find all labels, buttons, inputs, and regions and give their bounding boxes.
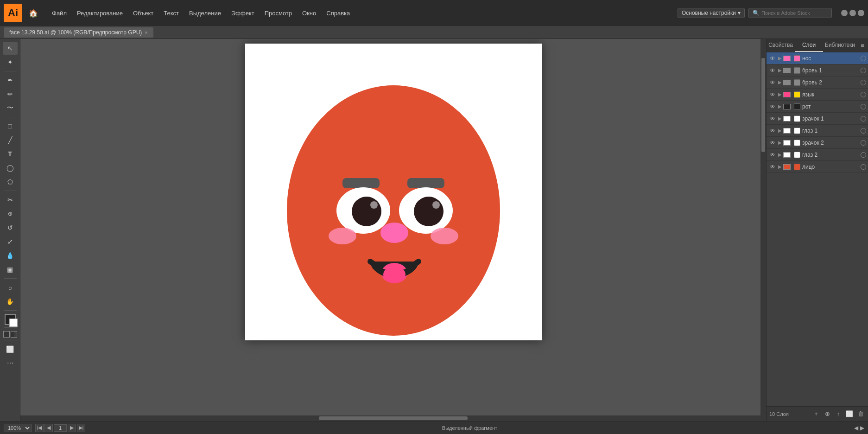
layer-row[interactable]: 👁 ▶ рот <box>767 101 868 113</box>
layer-visibility-toggle[interactable]: 👁 <box>768 90 777 99</box>
tool-pencil[interactable]: ✏ <box>3 88 18 101</box>
next-artboard-button[interactable]: ▶ <box>68 424 76 432</box>
layer-row[interactable]: 👁 ▶ бровь 1 <box>767 64 868 77</box>
make-sublayer-button[interactable]: ⊕ <box>823 409 832 419</box>
tool-more[interactable]: ⋯ <box>3 357 18 370</box>
panel-menu-icon[interactable]: ≡ <box>857 39 868 52</box>
layer-expand-toggle[interactable]: ▶ <box>777 55 783 62</box>
menu-object[interactable]: Объект <box>128 8 158 19</box>
layer-expand-toggle[interactable]: ▶ <box>777 115 783 122</box>
tool-hand[interactable]: ✋ <box>3 295 18 308</box>
maximize-button[interactable]: □ <box>849 10 856 16</box>
minimize-button[interactable]: ─ <box>841 10 848 16</box>
tool-polygon[interactable]: ⬠ <box>3 175 18 188</box>
layer-visibility-toggle[interactable]: 👁 <box>768 115 777 123</box>
tool-direct-select[interactable]: ✦ <box>3 56 18 69</box>
layer-row[interactable]: 👁 ▶ нос <box>767 52 868 64</box>
layer-target[interactable] <box>861 116 866 121</box>
layer-target[interactable] <box>861 128 866 134</box>
layer-target[interactable] <box>861 104 866 109</box>
horizontal-scrollbar[interactable] <box>20 415 766 421</box>
tool-rectangle[interactable]: □ <box>3 120 18 133</box>
normal-mode[interactable] <box>3 331 10 338</box>
tool-select[interactable]: ↖ <box>3 42 18 55</box>
tool-ellipse[interactable]: ◯ <box>3 161 18 174</box>
artboard-number-input[interactable] <box>54 424 67 432</box>
layer-expand-toggle[interactable]: ▶ <box>777 79 783 86</box>
layer-row[interactable]: 👁 ▶ лицо <box>767 161 868 173</box>
layer-expand-toggle[interactable]: ▶ <box>777 91 783 98</box>
layer-target[interactable] <box>861 56 866 61</box>
delete-layer-button[interactable]: 🗑 <box>856 409 865 419</box>
layer-target[interactable] <box>861 164 866 170</box>
layer-visibility-toggle[interactable]: 👁 <box>768 78 777 87</box>
canvas-area[interactable] <box>20 39 766 421</box>
layer-expand-toggle[interactable]: ▶ <box>777 140 783 146</box>
menu-window[interactable]: Окно <box>298 8 321 19</box>
layer-target[interactable] <box>861 80 866 85</box>
search-box[interactable]: 🔍 Поиск в Adobe Stock <box>748 8 832 18</box>
vertical-scrollbar[interactable] <box>760 39 766 415</box>
menu-text[interactable]: Текст <box>159 8 184 19</box>
tool-rotate[interactable]: ↺ <box>3 221 18 234</box>
layer-row[interactable]: 👁 ▶ бровь 2 <box>767 77 868 89</box>
layer-visibility-toggle[interactable]: 👁 <box>768 151 777 159</box>
first-artboard-button[interactable]: |◀ <box>35 424 44 432</box>
close-button[interactable]: × <box>858 10 864 16</box>
menu-effect[interactable]: Эффект <box>227 8 259 19</box>
move-to-layer-button[interactable]: ↑ <box>834 409 843 419</box>
tool-pen[interactable]: ✒ <box>3 74 18 87</box>
layer-target[interactable] <box>861 68 866 73</box>
last-artboard-button[interactable]: ▶| <box>77 424 85 432</box>
layer-target[interactable] <box>861 92 866 97</box>
document-tab[interactable]: face 13.29.50.ai @ 100% (RGB/Предпросмот… <box>4 27 153 38</box>
layer-expand-toggle[interactable]: ▶ <box>777 103 783 110</box>
layer-row[interactable]: 👁 ▶ глаз 2 <box>767 149 868 161</box>
tool-curvature[interactable]: 〜 <box>3 102 18 115</box>
layer-visibility-toggle[interactable]: 👁 <box>768 127 777 135</box>
fill-color[interactable] <box>5 314 16 325</box>
new-layer-button[interactable]: + <box>811 409 821 419</box>
tool-line[interactable]: ╱ <box>3 134 18 147</box>
tab-properties[interactable]: Свойства <box>767 39 795 52</box>
menu-edit[interactable]: Редактирование <box>72 8 127 19</box>
tab-close-button[interactable]: × <box>145 30 147 35</box>
layer-row[interactable]: 👁 ▶ зрачок 1 <box>767 113 868 125</box>
zoom-select[interactable]: 100% 50% 200% <box>4 424 32 432</box>
tool-zoom[interactable]: ⌕ <box>3 281 18 294</box>
layer-target[interactable] <box>861 152 866 158</box>
layer-visibility-toggle[interactable]: 👁 <box>768 54 777 63</box>
tool-type[interactable]: T <box>3 147 18 160</box>
vertical-scroll-thumb[interactable] <box>761 58 765 152</box>
layer-target[interactable] <box>861 140 866 146</box>
tool-scale[interactable]: ⤢ <box>3 235 18 248</box>
tab-libraries[interactable]: Библиотеки <box>823 39 857 52</box>
menu-file[interactable]: Файл <box>47 8 71 19</box>
tool-eyedropper[interactable]: 💧 <box>3 249 18 262</box>
prev-artboard-button[interactable]: ◀ <box>44 424 53 432</box>
scroll-right-button[interactable]: ▶ <box>860 425 864 431</box>
home-icon[interactable]: 🏠 <box>27 6 40 19</box>
layer-row[interactable]: 👁 ▶ зрачок 2 <box>767 137 868 149</box>
workspace-selector[interactable]: Основные настройки ▾ <box>678 8 745 18</box>
tool-paintbrush[interactable]: ✂ <box>3 193 18 206</box>
drawing-mode[interactable] <box>11 331 17 338</box>
horizontal-scroll-thumb[interactable] <box>319 416 468 420</box>
layer-visibility-toggle[interactable]: 👁 <box>768 66 777 75</box>
layer-row[interactable]: 👁 ▶ глаз 1 <box>767 125 868 137</box>
tool-gradient[interactable]: ▣ <box>3 263 18 276</box>
tool-artboard[interactable]: ⬜ <box>3 343 18 356</box>
tool-blob-brush[interactable]: ⊕ <box>3 207 18 220</box>
tab-layers[interactable]: Слои <box>795 39 823 52</box>
layer-row[interactable]: 👁 ▶ язык <box>767 89 868 101</box>
menu-view[interactable]: Просмотр <box>260 8 297 19</box>
collect-in-new-layer-button[interactable]: ⬜ <box>845 409 854 419</box>
menu-select[interactable]: Выделение <box>184 8 226 19</box>
layer-expand-toggle[interactable]: ▶ <box>777 128 783 134</box>
layer-expand-toggle[interactable]: ▶ <box>777 67 783 74</box>
layer-visibility-toggle[interactable]: 👁 <box>768 139 777 147</box>
menu-help[interactable]: Справка <box>322 8 355 19</box>
layer-visibility-toggle[interactable]: 👁 <box>768 102 777 111</box>
layer-expand-toggle[interactable]: ▶ <box>777 152 783 158</box>
layer-visibility-toggle[interactable]: 👁 <box>768 163 777 171</box>
